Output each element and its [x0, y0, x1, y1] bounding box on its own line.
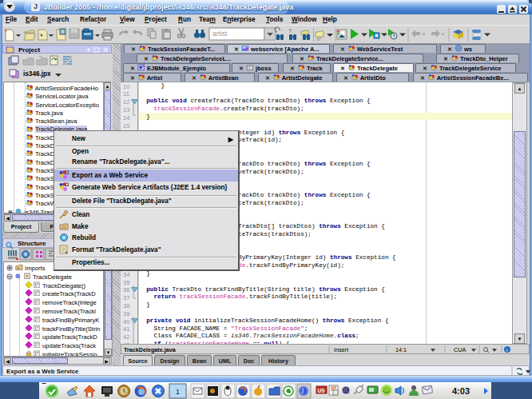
- svg-text:i: i: [506, 347, 508, 353]
- svg-text:1: 1: [176, 388, 180, 396]
- svg-text:4:03: 4:03: [452, 386, 470, 396]
- svg-text:artist: artist: [212, 30, 228, 38]
- svg-text:?: ?: [288, 28, 292, 34]
- svg-text:US: US: [318, 388, 326, 393]
- svg-text:J: J: [301, 388, 304, 395]
